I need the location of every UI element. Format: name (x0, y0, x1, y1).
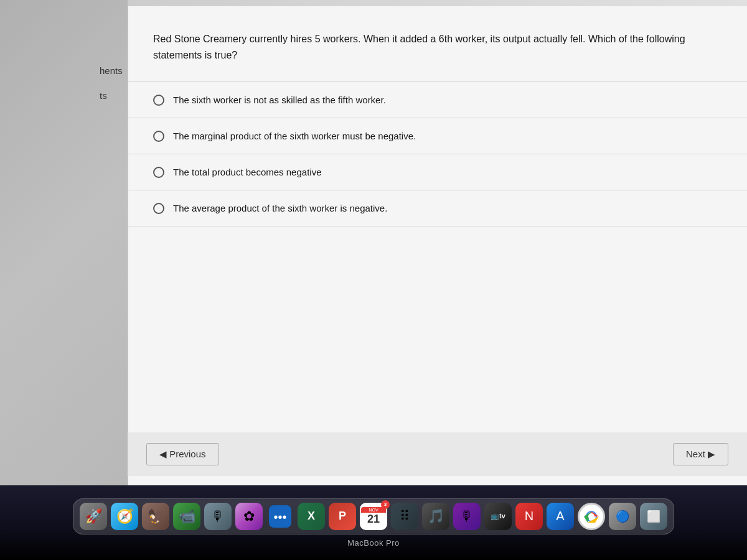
radio-a[interactable] (153, 95, 164, 106)
previous-button[interactable]: ◀ Previous (146, 443, 219, 465)
dock-item-music[interactable]: 🎵 (422, 503, 449, 530)
question-text: Red Stone Creamery currently hires 5 wor… (153, 31, 722, 63)
dock-item-powerpoint[interactable]: P (329, 503, 356, 530)
option-row-d[interactable]: The average product of the sixth worker … (128, 190, 747, 226)
radio-b[interactable] (153, 131, 164, 142)
option-row-c[interactable]: The total product becomes negative (128, 154, 747, 190)
dock-item-launchpad[interactable]: 🚀 (80, 503, 107, 530)
dock-item-chrome[interactable] (578, 503, 605, 530)
nav-area: ◀ Previous Next ▶ (128, 432, 747, 476)
sidebar-text-hents: hents (100, 65, 123, 76)
dock-item-twitter[interactable]: 🦅 (142, 503, 169, 530)
dock-item-news[interactable]: N (515, 503, 543, 530)
dock-item-calendar[interactable]: NOV 21 3 (360, 503, 387, 530)
dock-item-photos[interactable]: ✿ (235, 503, 263, 530)
sidebar-text-ts: ts (100, 90, 107, 101)
dock-item-grid[interactable]: ⠿ (391, 503, 418, 530)
dock-container: 🚀 🧭 🦅 📹 🎙 ✿ ••• X P NOV (0, 485, 747, 560)
svg-text:•••: ••• (273, 510, 286, 524)
dock-item-podcasts[interactable]: 🎙 (453, 503, 481, 530)
dock-item-finder[interactable]: ••• (266, 503, 294, 530)
sidebar: hents ts (0, 0, 128, 485)
option-label-c: The total product becomes negative (173, 166, 321, 179)
dock-item-safari[interactable]: 🧭 (111, 503, 138, 530)
radio-d[interactable] (153, 203, 164, 214)
dock-item-app1[interactable]: 🔵 (609, 503, 636, 530)
dock: 🚀 🧭 🦅 📹 🎙 ✿ ••• X P NOV (73, 498, 674, 534)
dock-item-facetime[interactable]: 📹 (173, 503, 200, 530)
dock-item-voicememos[interactable]: 🎙 (204, 503, 232, 530)
macbook-label: MacBook Pro (347, 538, 400, 548)
option-label-a: The sixth worker is not as skilled as th… (173, 93, 386, 106)
dock-item-appletv[interactable]: 📺tv (484, 503, 512, 530)
dock-item-fontbook[interactable]: A (547, 503, 574, 530)
next-button[interactable]: Next ▶ (673, 443, 728, 465)
dock-item-excel[interactable]: X (298, 503, 325, 530)
question-card: Red Stone Creamery currently hires 5 wor… (128, 6, 747, 485)
option-label-d: The average product of the sixth worker … (173, 202, 387, 215)
radio-c[interactable] (153, 167, 164, 178)
question-text-area: Red Stone Creamery currently hires 5 wor… (128, 6, 747, 82)
options-area: The sixth worker is not as skilled as th… (128, 82, 747, 226)
option-row-b[interactable]: The marginal product of the sixth worker… (128, 118, 747, 154)
dock-item-app2[interactable]: ⬜ (640, 503, 667, 530)
option-row-a[interactable]: The sixth worker is not as skilled as th… (128, 82, 747, 118)
option-label-b: The marginal product of the sixth worker… (173, 129, 416, 142)
svg-point-4 (588, 513, 594, 520)
